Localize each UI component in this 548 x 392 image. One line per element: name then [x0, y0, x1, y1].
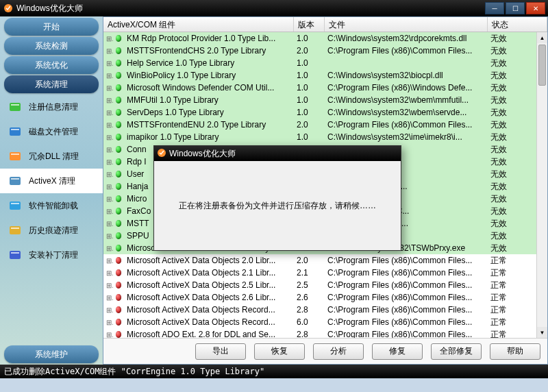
- status-dot-icon: [113, 257, 124, 264]
- expand-icon[interactable]: ⊞: [103, 282, 113, 289]
- table-row[interactable]: ⊞MSTTSFrontendENU 2.0 Type Library2.0C:\…: [103, 119, 547, 131]
- row-version: 2.6: [294, 293, 325, 302]
- row-file: C:\Windows\system32\wbem\mmfutil...: [325, 95, 488, 105]
- expand-icon[interactable]: ⊞: [103, 72, 113, 79]
- expand-icon[interactable]: ⊞: [103, 134, 113, 141]
- expand-icon[interactable]: ⊞: [103, 306, 113, 314]
- row-version: 1.0: [294, 58, 325, 68]
- export-button[interactable]: 导出: [195, 343, 246, 360]
- table-row[interactable]: ⊞Microsoft ADO Ext. 2.8 for DDL and Se..…: [103, 328, 547, 338]
- sidebar-bottom-maintain[interactable]: 系统维护: [4, 345, 99, 363]
- button-bar: 导出 恢复 分析 修复 全部修复 帮助: [103, 338, 547, 364]
- table-row[interactable]: ⊞Microsoft ActiveX Data Objects 2.1 Libr…: [103, 267, 547, 279]
- expand-icon[interactable]: ⊞: [103, 121, 113, 129]
- app-title: Windows优化大师: [16, 3, 485, 14]
- maximize-button[interactable]: ☐: [506, 2, 525, 14]
- sidebar-item-1[interactable]: 磁盘文件管理: [0, 119, 103, 144]
- expand-icon[interactable]: ⊞: [103, 171, 113, 178]
- scroll-thumb[interactable]: [538, 45, 546, 86]
- expand-icon[interactable]: ⊞: [103, 331, 113, 339]
- expand-icon[interactable]: ⊞: [103, 183, 113, 191]
- sidebar-item-5[interactable]: 历史痕迹清理: [0, 218, 103, 243]
- expand-icon[interactable]: ⊞: [103, 84, 113, 92]
- row-file: C:\Program Files (x86)\Common Files...: [325, 317, 488, 327]
- expand-icon[interactable]: ⊞: [103, 195, 113, 203]
- sidebar-item-label: 注册信息清理: [29, 101, 78, 113]
- expand-icon[interactable]: ⊞: [103, 319, 113, 326]
- status-dot-icon: [113, 84, 124, 91]
- table-row[interactable]: ⊞MSTTSFrontendCHS 2.0 Type Library2.0C:\…: [103, 45, 547, 57]
- table-row[interactable]: ⊞ServDeps 1.0 Type Library1.0C:\Windows\…: [103, 106, 547, 119]
- expand-icon[interactable]: ⊞: [103, 146, 113, 154]
- status-dot-icon: [113, 269, 124, 276]
- sidebar-item-0[interactable]: 注册信息清理: [0, 95, 103, 119]
- repair-all-button[interactable]: 全部修复: [431, 343, 482, 360]
- sidebar-item-label: 磁盘文件管理: [29, 126, 78, 138]
- row-file: C:\Program Files (x86)\Common Files...: [325, 120, 488, 130]
- titlebar: Windows优化大师 ─ ☐ ✕: [0, 0, 548, 16]
- row-version: 2.5: [294, 280, 325, 290]
- row-name: Microsoft ActiveX Data Objects 2.0 Libr.…: [124, 256, 294, 265]
- sidebar-item-4[interactable]: 软件智能卸载: [0, 193, 103, 218]
- status-dot-icon: [113, 331, 124, 338]
- col-version[interactable]: 版本: [294, 17, 325, 32]
- expand-icon[interactable]: ⊞: [103, 60, 113, 67]
- table-row[interactable]: ⊞Microsoft ActiveX Data Objects 2.0 Libr…: [103, 254, 547, 267]
- expand-icon[interactable]: ⊞: [103, 35, 113, 42]
- analyze-button[interactable]: 分析: [313, 343, 364, 360]
- sidebar-item-2[interactable]: 冗余DLL 清理: [0, 144, 103, 169]
- expand-icon[interactable]: ⊞: [103, 47, 113, 55]
- sidebar-tab-3[interactable]: 系统清理: [4, 75, 99, 93]
- minimize-button[interactable]: ─: [485, 2, 504, 14]
- sidebar-tab-2[interactable]: 系统优化: [4, 56, 99, 74]
- dialog-titlebar[interactable]: Windows优化大师: [154, 146, 401, 161]
- row-file: C:\Windows\system32\ime\imekr8\i...: [325, 132, 488, 142]
- expand-icon[interactable]: ⊞: [103, 294, 113, 302]
- row-name: Help Service 1.0 Type Library: [124, 58, 294, 68]
- row-name: imapikor 1.0 Type Library: [124, 132, 294, 142]
- table-row[interactable]: ⊞Microsoft ActiveX Data Objects 2.6 Libr…: [103, 291, 547, 304]
- status-dot-icon: [113, 319, 124, 326]
- sidebar-item-3[interactable]: ActiveX 清理: [0, 169, 103, 193]
- expand-icon[interactable]: ⊞: [103, 208, 113, 215]
- expand-icon[interactable]: ⊞: [103, 269, 113, 277]
- svg-rect-4: [11, 129, 19, 130]
- table-row[interactable]: ⊞Microsoft Windows Defender COM Util...1…: [103, 82, 547, 94]
- expand-icon[interactable]: ⊞: [103, 109, 113, 117]
- expand-icon[interactable]: ⊞: [103, 97, 113, 104]
- table-row[interactable]: ⊞Help Service 1.0 Type Library1.0无效: [103, 57, 547, 69]
- row-file: C:\Program Files (x86)\Common Files...: [325, 305, 488, 315]
- scroll-up-button[interactable]: ▲: [537, 32, 547, 43]
- col-status[interactable]: 状态: [488, 17, 547, 32]
- table-row[interactable]: ⊞Microsoft ActiveX Data Objects 2.5 Libr…: [103, 279, 547, 291]
- col-name[interactable]: ActiveX/COM 组件: [103, 17, 294, 32]
- col-file[interactable]: 文件: [325, 17, 488, 32]
- table-row[interactable]: ⊞MMFUtil 1.0 Type Library1.0C:\Windows\s…: [103, 94, 547, 106]
- restore-button[interactable]: 恢复: [254, 343, 305, 360]
- svg-rect-1: [10, 103, 21, 111]
- help-button[interactable]: 帮助: [490, 343, 540, 360]
- expand-icon[interactable]: ⊞: [103, 158, 113, 166]
- repair-button[interactable]: 修复: [372, 343, 423, 360]
- status-dot-icon: [113, 109, 124, 116]
- expand-icon[interactable]: ⊞: [103, 257, 113, 265]
- vertical-scrollbar[interactable]: ▲ ▼: [536, 32, 547, 338]
- table-row[interactable]: ⊞KM Rdp Protocol Provider 1.0 Type Lib..…: [103, 32, 547, 45]
- expand-icon[interactable]: ⊞: [103, 245, 113, 252]
- close-button[interactable]: ✕: [526, 2, 545, 14]
- patch-icon: [7, 247, 23, 263]
- scroll-down-button[interactable]: ▼: [537, 327, 547, 338]
- table-row[interactable]: ⊞Microsoft ActiveX Data Objects Record..…: [103, 316, 547, 328]
- expand-icon[interactable]: ⊞: [103, 220, 113, 228]
- table-row[interactable]: ⊞Microsoft ActiveX Data Objects Record..…: [103, 304, 547, 316]
- row-version: 6.0: [294, 317, 325, 327]
- expand-icon[interactable]: ⊞: [103, 232, 113, 240]
- sidebar-item-6[interactable]: 安装补丁清理: [0, 243, 103, 267]
- row-file: C:\Windows\system32\rdpcorekmts.dll: [325, 34, 488, 43]
- status-dot-icon: [113, 208, 124, 215]
- sidebar-tab-0[interactable]: 开始: [4, 18, 99, 36]
- table-row[interactable]: ⊞imapikor 1.0 Type Library1.0C:\Windows\…: [103, 131, 547, 143]
- sidebar-tab-1[interactable]: 系统检测: [4, 37, 99, 55]
- table-row[interactable]: ⊞WinBioPolicy 1.0 Type Library1.0C:\Wind…: [103, 69, 547, 82]
- status-dot-icon: [113, 183, 124, 190]
